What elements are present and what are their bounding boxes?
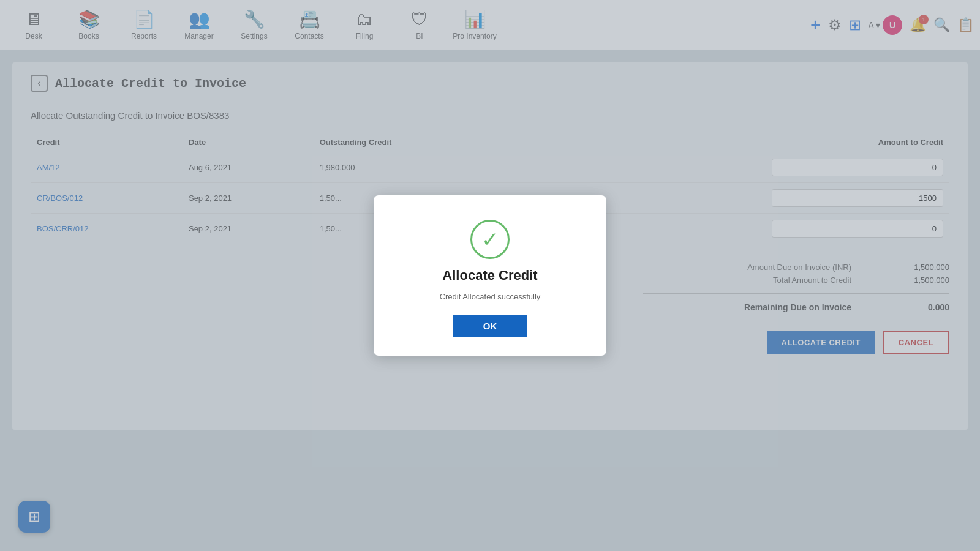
dialog-subtitle: Credit Allocated successfully	[440, 292, 541, 301]
ok-button[interactable]: OK	[453, 315, 528, 337]
success-check-icon: ✓	[470, 220, 510, 259]
dialog-title: Allocate Credit	[442, 268, 537, 283]
success-dialog: ✓ Allocate Credit Credit Allocated succe…	[374, 195, 606, 356]
dialog-overlay: ✓ Allocate Credit Credit Allocated succe…	[0, 0, 980, 551]
